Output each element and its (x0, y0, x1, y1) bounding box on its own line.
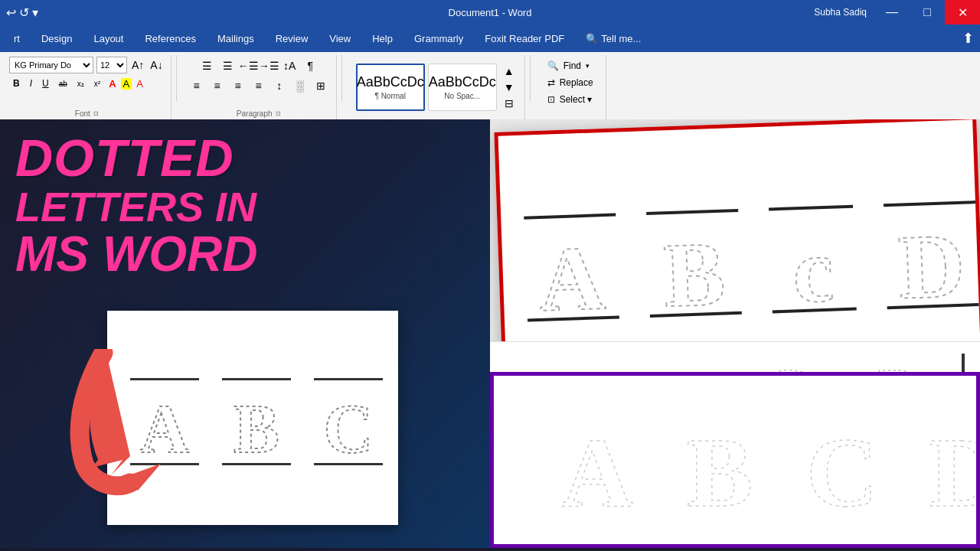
purple-card-letters: A B C D (547, 403, 980, 517)
align-left-button[interactable]: ≡ (188, 77, 206, 95)
bold-button[interactable]: B (9, 77, 24, 90)
paragraph-group-label: Paragraph ⊡ (188, 109, 330, 118)
redo-button[interactable]: ↺ (19, 5, 29, 20)
tab-design[interactable]: Design (31, 24, 83, 52)
window-controls: Subha Sadiq — □ ✕ (814, 0, 980, 24)
align-center-button[interactable]: ≡ (208, 77, 227, 95)
font-size-select[interactable]: 12 (96, 57, 127, 73)
line-spacing-button[interactable]: ↕ (270, 77, 289, 95)
svg-text:B: B (687, 417, 753, 517)
purple-b-svg: B (670, 403, 769, 517)
thumbnail-text-line3: MS WORD (15, 229, 257, 280)
svg-text:A: A (537, 227, 606, 319)
divider-3 (530, 55, 531, 101)
editing-buttons: 🔍 Find ▾ ⇄ Replace ⊡ Select ▾ (541, 57, 599, 109)
maximize-button[interactable]: □ (910, 0, 945, 24)
minimize-button[interactable]: — (874, 0, 910, 24)
svg-text:B: B (662, 223, 727, 315)
select-button[interactable]: ⊡ Select ▾ (541, 92, 599, 107)
find-icon: 🔍 (547, 60, 559, 71)
style-normal[interactable]: AaBbCcDc ¶ Normal (356, 64, 425, 111)
thumbnail-area: DOTTED LETTERS IN MS WORD A B (0, 119, 490, 548)
find-button[interactable]: 🔍 Find ▾ (541, 58, 599, 73)
tab-view[interactable]: View (318, 24, 361, 52)
numbered-list-button[interactable]: ☰ (218, 57, 237, 75)
paragraph-group: ☰ ☰ ←☰ →☰ ↕A ¶ ≡ ≡ ≡ ≡ ↕ ░ ⊞ Paragraph ⊡ (181, 55, 337, 119)
font-selector-row: KG Primary Do 12 A↑ A↓ (9, 57, 165, 73)
justify-button[interactable]: ≡ (250, 77, 268, 95)
font-color-button[interactable]: A (106, 78, 118, 90)
tab-search[interactable]: 🔍 Tell me... (575, 24, 652, 52)
divider-2 (341, 55, 342, 101)
red-card-letter-a: A (524, 214, 619, 322)
superscript-button[interactable]: x² (90, 79, 104, 89)
styles-scroll-controls: ▲ ▼ ⊟ (500, 60, 518, 114)
replace-icon: ⇄ (547, 77, 555, 88)
styles-scroll-up[interactable]: ▲ (500, 64, 518, 80)
purple-c-svg: C (792, 403, 892, 517)
paragraph-expand-icon[interactable]: ⊡ (276, 110, 281, 117)
letter-b-preview: B (222, 378, 291, 465)
tab-references[interactable]: References (134, 24, 206, 52)
tab-foxit[interactable]: Foxit Reader PDF (474, 24, 575, 52)
divider-1 (176, 55, 177, 101)
font-family-select[interactable]: KG Primary Do (9, 57, 93, 73)
red-card-d-svg: D (884, 204, 978, 306)
replace-button[interactable]: ⇄ Replace (541, 75, 599, 90)
editing-group: 🔍 Find ▾ ⇄ Replace ⊡ Select ▾ (535, 55, 606, 119)
purple-border-card: A B C D (490, 372, 980, 548)
style-no-spacing[interactable]: AaBbCcDc No Spac... (428, 64, 497, 111)
ribbon-content: KG Primary Do 12 A↑ A↓ B I U ab x₂ x² A … (0, 52, 980, 119)
red-card-letter-d: D (884, 201, 979, 309)
tab-review[interactable]: Review (265, 24, 319, 52)
strikethrough-button[interactable]: ab (55, 79, 71, 89)
search-icon: 🔍 (586, 33, 598, 44)
undo-button[interactable]: ↩ (6, 5, 16, 20)
tab-layout[interactable]: Layout (83, 24, 134, 52)
red-card-c-svg: c (769, 208, 856, 311)
thumbnail-text-line1: DOTTED (15, 131, 257, 185)
shading-button[interactable]: ░ (291, 77, 309, 95)
increase-indent-button[interactable]: →☰ (260, 57, 278, 75)
italic-button[interactable]: I (26, 77, 36, 90)
quick-access-more[interactable]: ▾ (32, 5, 38, 20)
font-expand-icon[interactable]: ⊡ (93, 110, 99, 117)
tab-mailings[interactable]: Mailings (207, 24, 265, 52)
highlight-button[interactable]: A (121, 78, 132, 90)
styles-gallery: AaBbCcDc ¶ Normal AaBbCcDc No Spac... (353, 60, 500, 114)
svg-text:D: D (929, 417, 980, 517)
ribbon-tabs: rt Design Layout References Mailings Rev… (0, 24, 980, 52)
purple-d-svg: D (915, 403, 980, 517)
grow-font-button[interactable]: A↑ (130, 59, 145, 71)
red-card-a-svg: A (524, 217, 619, 319)
red-card-letter-c: c (769, 205, 857, 314)
red-card-letter-b: B (646, 209, 742, 318)
shrink-font-button[interactable]: A↓ (149, 59, 164, 71)
share-icon[interactable]: ⬆ (962, 30, 980, 47)
tab-home-partial[interactable]: rt (3, 24, 31, 52)
styles-scroll-down[interactable]: ▼ (500, 80, 518, 96)
subscript-button[interactable]: x₂ (74, 79, 88, 89)
styles-more[interactable]: ⊟ (500, 95, 518, 111)
dotted-b-svg: B (222, 383, 291, 460)
svg-text:A: A (561, 417, 633, 517)
dotted-c-svg: C (314, 383, 383, 460)
paragraph-row1: ☰ ☰ ←☰ →☰ ↕A ¶ (198, 57, 319, 75)
font-color-a-button[interactable]: A (134, 78, 145, 90)
thumbnail-text-line2: LETTERS IN (15, 185, 257, 229)
borders-button[interactable]: ⊞ (312, 77, 330, 95)
bullets-button[interactable]: ☰ (198, 57, 216, 75)
purple-a-svg: A (547, 403, 647, 517)
font-group-label: Font ⊡ (9, 109, 165, 118)
document-title: Document1 - Word (449, 7, 532, 18)
styles-group: AaBbCcDc ¶ Normal AaBbCcDc No Spac... ▲ … (347, 55, 525, 119)
underline-button[interactable]: U (38, 77, 53, 90)
tab-grammarly[interactable]: Grammarly (403, 24, 474, 52)
show-marks-button[interactable]: ¶ (301, 57, 319, 75)
thumbnail-overlay-text: DOTTED LETTERS IN MS WORD (15, 131, 257, 280)
tab-help[interactable]: Help (361, 24, 403, 52)
decrease-indent-button[interactable]: ←☰ (239, 57, 257, 75)
align-right-button[interactable]: ≡ (229, 77, 247, 95)
sort-button[interactable]: ↕A (280, 57, 299, 75)
close-button[interactable]: ✕ (945, 0, 980, 24)
